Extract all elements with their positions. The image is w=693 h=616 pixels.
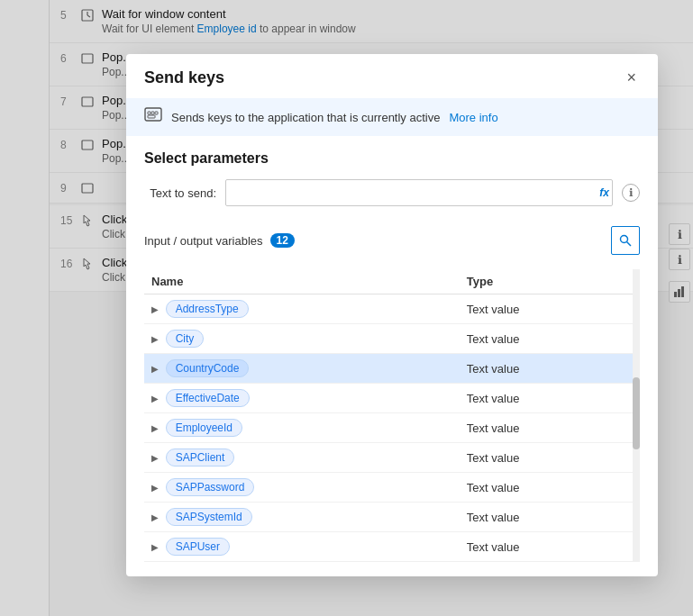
fx-button[interactable]: fx xyxy=(599,186,609,199)
variable-name-cell: ▶ SAPClient xyxy=(144,443,460,473)
variable-name-cell: ▶ SAPSystemId xyxy=(144,503,460,532)
variables-table: Name Type ▶ AddressType Text value ▶ Cit… xyxy=(144,269,640,562)
more-info-link[interactable]: More info xyxy=(449,111,497,124)
text-to-send-info[interactable]: ℹ xyxy=(622,184,640,202)
variable-type-cell: Text value xyxy=(460,294,640,324)
variables-table-container: Name Type ▶ AddressType Text value ▶ Cit… xyxy=(144,269,640,562)
variable-tag[interactable]: EffectiveDate xyxy=(166,389,250,407)
variables-count-badge: 12 xyxy=(270,233,295,248)
variable-name-cell: ▶ SAPPassword xyxy=(144,473,460,503)
expand-icon[interactable]: ▶ xyxy=(151,394,159,403)
text-to-send-input[interactable] xyxy=(225,179,613,206)
modal-close-button[interactable]: × xyxy=(623,68,640,87)
variable-tag[interactable]: EmployeeId xyxy=(166,419,242,437)
variable-tag[interactable]: SAPClient xyxy=(166,448,235,467)
svg-rect-11 xyxy=(148,112,150,114)
expand-icon[interactable]: ▶ xyxy=(151,423,159,433)
variable-row[interactable]: ▶ CountryCode Text value xyxy=(144,354,640,384)
text-to-send-input-wrap: fx xyxy=(225,179,613,206)
modal-info-bar: Sends keys to the application that is cu… xyxy=(126,98,658,136)
variable-type-cell: Text value xyxy=(460,324,640,354)
variable-tag[interactable]: City xyxy=(166,330,205,348)
expand-icon[interactable]: ▶ xyxy=(151,512,159,522)
variables-search-button[interactable] xyxy=(611,226,640,255)
variable-row[interactable]: ▶ AddressType Text value xyxy=(144,294,640,324)
variable-name-cell: ▶ CountryCode xyxy=(144,354,460,384)
col-name-header: Name xyxy=(144,269,460,294)
variable-row[interactable]: ▶ EmployeeId Text value xyxy=(144,413,640,443)
variable-name-cell: ▶ EmployeeId xyxy=(144,413,460,443)
col-type-header: Type xyxy=(460,269,640,294)
variable-type-cell: Text value xyxy=(460,384,640,413)
variable-tag[interactable]: AddressType xyxy=(166,300,249,318)
variable-type-cell: Text value xyxy=(460,532,640,562)
variables-scrollbar[interactable] xyxy=(633,269,640,562)
variable-tag[interactable]: SAPPassword xyxy=(166,478,255,496)
variable-type-cell: Text value xyxy=(460,443,640,473)
variable-tag[interactable]: SAPUser xyxy=(166,538,230,556)
variable-type-cell: Text value xyxy=(460,473,640,503)
section-title: Select parameters xyxy=(144,150,640,167)
modal-body: Select parameters Text to send: fx ℹ Inp… xyxy=(126,136,658,576)
variable-row[interactable]: ▶ SAPSystemId Text value xyxy=(144,503,640,532)
expand-icon[interactable]: ▶ xyxy=(151,364,159,374)
expand-icon[interactable]: ▶ xyxy=(151,334,159,344)
variable-name-cell: ▶ SAPUser xyxy=(144,532,460,562)
svg-rect-12 xyxy=(151,112,154,114)
expand-icon[interactable]: ▶ xyxy=(151,542,159,552)
form-row-text-to-send: Text to send: fx ℹ xyxy=(144,179,640,206)
variable-row[interactable]: ▶ SAPPassword Text value xyxy=(144,473,640,503)
variable-name-cell: ▶ City xyxy=(144,324,460,354)
variable-row[interactable]: ▶ City Text value xyxy=(144,324,640,354)
expand-icon[interactable]: ▶ xyxy=(151,483,159,493)
variables-label: Input / output variables 12 xyxy=(144,233,295,248)
variable-tag[interactable]: SAPSystemId xyxy=(166,508,252,526)
variable-type-cell: Text value xyxy=(460,354,640,384)
variable-row[interactable]: ▶ SAPUser Text value xyxy=(144,532,640,562)
modal-header: Send keys × xyxy=(126,54,658,98)
svg-point-15 xyxy=(621,236,628,243)
variable-name-cell: ▶ AddressType xyxy=(144,294,460,324)
modal-title: Send keys xyxy=(144,68,224,87)
svg-rect-13 xyxy=(155,112,158,114)
svg-line-16 xyxy=(627,242,632,247)
info-text: Sends keys to the application that is cu… xyxy=(171,111,440,124)
variable-name-cell: ▶ EffectiveDate xyxy=(144,384,460,413)
expand-icon[interactable]: ▶ xyxy=(151,304,159,314)
variable-type-cell: Text value xyxy=(460,413,640,443)
send-keys-icon xyxy=(144,107,162,127)
expand-icon[interactable]: ▶ xyxy=(151,453,159,463)
variables-bar: Input / output variables 12 xyxy=(144,219,640,262)
send-keys-modal: Send keys × Sends keys to the applicatio… xyxy=(126,54,658,576)
variable-type-cell: Text value xyxy=(460,503,640,532)
text-to-send-label: Text to send: xyxy=(144,186,216,200)
variables-scrollbar-thumb[interactable] xyxy=(633,377,640,449)
variable-tag[interactable]: CountryCode xyxy=(166,359,250,377)
variable-row[interactable]: ▶ EffectiveDate Text value xyxy=(144,384,640,413)
variable-row[interactable]: ▶ SAPClient Text value xyxy=(144,443,640,473)
svg-rect-14 xyxy=(148,115,155,118)
